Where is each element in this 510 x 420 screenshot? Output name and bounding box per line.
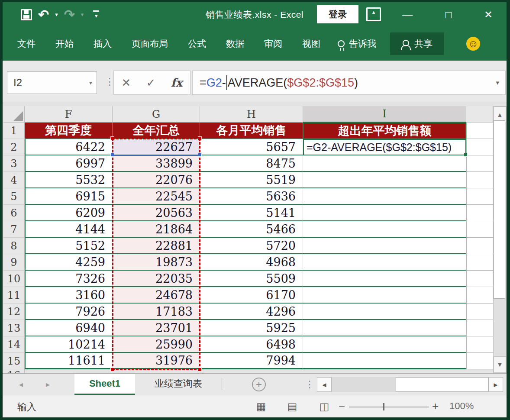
cell-sliver-7[interactable] (466, 221, 493, 238)
cell-i15[interactable] (303, 353, 466, 369)
zoom-slider[interactable] (349, 407, 429, 407)
zoom-slider-handle[interactable] (383, 403, 384, 410)
g2-handle-bottom-left[interactable] (110, 153, 114, 157)
cell-h9[interactable]: 4968 (200, 254, 303, 271)
row-header-11[interactable]: 11 (3, 287, 25, 304)
enter-formula-icon[interactable]: ✓ (146, 77, 156, 88)
cell-f9[interactable]: 4259 (25, 254, 113, 271)
cell-h14[interactable]: 6498 (200, 336, 303, 353)
scroll-down-icon[interactable]: ▼ (494, 356, 506, 373)
sheet-nav-left-icon[interactable]: ◂ (19, 380, 23, 389)
cell-h3[interactable]: 8475 (200, 155, 303, 172)
normal-view-icon[interactable]: ▦ (255, 400, 268, 413)
row-header-13[interactable]: 13 (3, 320, 25, 336)
cell-sliver-9[interactable] (466, 254, 493, 271)
redo-icon[interactable]: ↷ (64, 8, 75, 21)
formula-bar-input[interactable]: =G2-AVERAGE($G$2:$G$15) ▾ (192, 71, 506, 95)
cell-g8[interactable]: 22881 (113, 238, 200, 254)
cell-i13[interactable] (303, 320, 466, 336)
horizontal-scroll-thumb[interactable] (396, 377, 488, 392)
cell-sliver-15[interactable] (466, 353, 493, 369)
cell-h13[interactable]: 5925 (200, 320, 303, 336)
row-header-8[interactable]: 8 (3, 238, 25, 254)
cancel-formula-icon[interactable]: ✕ (122, 77, 131, 88)
cell-sliver-10[interactable] (466, 271, 493, 287)
cell-f4[interactable]: 5532 (25, 172, 113, 188)
range-handle-top-right[interactable] (198, 136, 202, 140)
table-header-cell-h1[interactable]: 各月平均销售 (200, 123, 303, 139)
cell-h4[interactable]: 5519 (200, 172, 303, 188)
ribbon-tab-6[interactable]: 审阅 (264, 38, 282, 50)
cell-i14[interactable] (303, 336, 466, 353)
scroll-right-icon[interactable]: ► (488, 377, 503, 392)
expand-formula-bar-icon[interactable]: ▾ (496, 79, 499, 87)
row-header-7[interactable]: 7 (3, 221, 25, 238)
cell-g12[interactable]: 17183 (113, 304, 200, 320)
ribbon-tab-4[interactable]: 公式 (188, 38, 206, 50)
ribbon-tab-1[interactable]: 开始 (55, 38, 74, 50)
table-header-cell-f1[interactable]: 第四季度 (25, 123, 113, 139)
undo-dropdown-icon[interactable]: ▾ (55, 11, 58, 18)
cell-sliver-4[interactable] (466, 172, 493, 188)
vertical-scroll-thumb[interactable] (494, 120, 505, 299)
cell-i8[interactable] (303, 238, 466, 254)
cell-h2[interactable]: 5657 (200, 139, 303, 155)
column-header-i[interactable]: I (303, 106, 466, 123)
ribbon-tab-5[interactable]: 数据 (226, 38, 244, 50)
cell-i6[interactable] (303, 205, 466, 221)
cell-sliver-3[interactable] (466, 155, 493, 172)
cell-sliver-2[interactable] (466, 139, 493, 155)
row-header-12[interactable]: 12 (3, 304, 25, 320)
cell-h8[interactable]: 5720 (200, 238, 303, 254)
row-header-3[interactable]: 3 (3, 155, 25, 172)
cell-sliver-14[interactable] (466, 336, 493, 353)
cell-g3[interactable]: 33899 (113, 155, 200, 172)
cell-h10[interactable]: 5509 (200, 271, 303, 287)
customize-qat-icon[interactable]: ▾ (93, 10, 99, 19)
minimize-button[interactable]: — (394, 2, 420, 27)
tell-me-tab[interactable]: 告诉我 (338, 38, 376, 50)
cell-f3[interactable]: 6997 (25, 155, 113, 172)
cell-i11[interactable] (303, 287, 466, 304)
cell-f15[interactable]: 11611 (25, 353, 113, 369)
cell-f14[interactable]: 10214 (25, 336, 113, 353)
page-break-view-icon[interactable]: ◫ (318, 400, 331, 413)
cell-h6[interactable]: 5141 (200, 205, 303, 221)
column-header-h[interactable]: H (200, 106, 303, 123)
save-icon[interactable] (21, 9, 32, 20)
zoom-level[interactable]: 100% (449, 401, 474, 412)
fill-handle[interactable] (464, 153, 468, 157)
cell-f12[interactable]: 7926 (25, 304, 113, 320)
range-handle-bottom-right[interactable] (198, 368, 202, 372)
cell-sliver-8[interactable] (466, 238, 493, 254)
cell-f5[interactable]: 6915 (25, 188, 113, 205)
column-header-g[interactable]: G (113, 106, 200, 123)
table-header-cell-i1[interactable]: 超出年平均销售额 (303, 123, 466, 139)
cell-i3[interactable] (303, 155, 466, 172)
cell-f7[interactable]: 4144 (25, 221, 113, 238)
cell-h11[interactable]: 6170 (200, 287, 303, 304)
cell-i12[interactable] (303, 304, 466, 320)
sheet-tab-1[interactable]: Sheet1 (74, 374, 135, 395)
ribbon-tab-3[interactable]: 页面布局 (132, 38, 168, 50)
cell-g9[interactable]: 19873 (113, 254, 200, 271)
column-header-next[interactable] (466, 106, 493, 123)
cell-sliver-12[interactable] (466, 304, 493, 320)
row-header-2[interactable]: 2 (3, 139, 25, 155)
row-header-14[interactable]: 14 (3, 336, 25, 353)
cell-h7[interactable]: 5466 (200, 221, 303, 238)
cell-sliver-6[interactable] (466, 205, 493, 221)
column-header-f[interactable]: F (25, 106, 113, 123)
feedback-smiley-icon[interactable]: ☺ (466, 37, 480, 51)
row-header-10[interactable]: 10 (3, 271, 25, 287)
sheet-nav-right-icon[interactable]: ▸ (46, 380, 50, 389)
cell-i2[interactable]: =G2-AVERAGE($G$2:$G$15) (303, 139, 466, 155)
table-header-cell-g1[interactable]: 全年汇总 (113, 123, 200, 139)
share-button[interactable]: 共享 (390, 32, 444, 55)
name-box[interactable]: I2 ▾ (7, 71, 97, 94)
scroll-left-icon[interactable]: ◄ (317, 377, 332, 392)
cell-h12[interactable]: 4296 (200, 304, 303, 320)
cell-sliver-1[interactable] (466, 123, 493, 139)
cell-g11[interactable]: 24678 (113, 287, 200, 304)
cell-f2[interactable]: 6422 (25, 139, 113, 155)
